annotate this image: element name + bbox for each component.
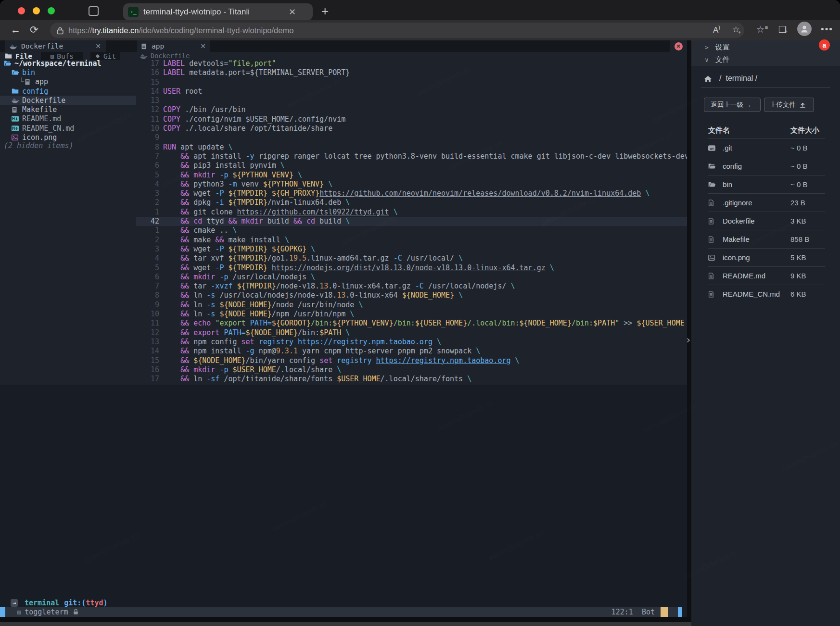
scrollbar-block-tan[interactable] xyxy=(661,607,668,617)
editor-line[interactable]: 16 LABEL metadata.port=${TERMINAL_SERVER… xyxy=(136,68,687,77)
section-files[interactable]: ∨ 文件 xyxy=(705,54,730,65)
close-all-tab-segment: ✕ xyxy=(670,40,687,52)
close-window-button[interactable] xyxy=(18,7,25,14)
editor-line[interactable]: 16 && mkdir -p $USER_HOME/.local/share \ xyxy=(136,365,687,375)
file-row[interactable]: icon.png 5 KB xyxy=(708,248,825,266)
code-editor[interactable]: 17 LABEL devtools="file,port" 16 LABEL m… xyxy=(136,59,687,384)
new-tab-button[interactable]: + xyxy=(321,4,329,19)
lock-icon xyxy=(57,26,64,35)
browser-tab[interactable]: ›_ terminal-ttyd-wlotnipo - Titanli ✕ xyxy=(123,3,313,20)
editor-line[interactable]: 17 LABEL devtools="file,port" xyxy=(136,59,687,68)
tree-item[interactable]: bin xyxy=(0,68,136,77)
reload-icon[interactable]: ⟳ xyxy=(30,24,38,36)
upload-file-button[interactable]: 上传文件 xyxy=(764,98,814,112)
line-number: 13 xyxy=(136,338,159,347)
editor-line[interactable]: 12 && export PATH=${NODE_HOME}/bin:$PATH… xyxy=(136,328,687,338)
collections-icon[interactable]: ❏＋ xyxy=(778,24,787,35)
editor-line[interactable]: 10 COPY ./.local/share /opt/titanide/sha… xyxy=(136,124,687,133)
file-row[interactable]: git .git ~ 0 B xyxy=(708,138,825,157)
editor-line[interactable]: 8 && ln -s /usr/local/nodejs/node-v18.13… xyxy=(136,291,687,300)
editor-line[interactable]: 2 && make && make install \ xyxy=(136,236,687,245)
terminal-line xyxy=(4,545,685,554)
terminal-line xyxy=(4,499,685,508)
tree-item[interactable]: ~/workspace/terminal xyxy=(0,59,136,68)
go-up-button[interactable]: 返回上一级← xyxy=(704,98,761,112)
tree-item[interactable]: icon.png xyxy=(0,133,136,142)
editor-line[interactable]: 14 USER root xyxy=(136,87,687,96)
editor-line[interactable]: 6 && pip3 install pynvim \ xyxy=(136,161,687,170)
editor-line[interactable]: 42 && cd ttyd && mkdir build && cd build… xyxy=(136,217,687,226)
profile-avatar[interactable] xyxy=(797,22,812,36)
editor-line[interactable]: 3 && wget -P ${TMPDIR} ${GH_PROXY}https:… xyxy=(136,189,687,198)
line-number: 11 xyxy=(136,319,159,328)
close-all-buffers-icon[interactable]: ✕ xyxy=(675,42,683,50)
tree-item[interactable]: README.md xyxy=(0,114,136,124)
terminal-line xyxy=(4,387,685,396)
file-row[interactable]: README.md 9 KB xyxy=(708,266,825,285)
editor-line[interactable]: 11 && echo "export PATH=${GOROOT}/bin:${… xyxy=(136,319,687,328)
folder-open-icon xyxy=(12,69,20,75)
tree-item[interactable]: config xyxy=(0,87,136,96)
editor-line[interactable]: 5 && wget -P ${TMPDIR} https://nodejs.or… xyxy=(136,263,687,273)
editor-line[interactable]: 13 && npm config set registry https://re… xyxy=(136,338,687,347)
file-panel-breadcrumb[interactable]: / terminal / xyxy=(704,74,757,83)
editor-line[interactable]: 13 xyxy=(136,96,687,105)
chevron-right-icon[interactable]: › xyxy=(685,334,691,346)
editor-line[interactable]: 2 && dpkg -i ${TMPDIR}/nvim-linux64.deb … xyxy=(136,198,687,207)
editor-line[interactable]: 17 && ln -sf /opt/titanide/share/fonts $… xyxy=(136,375,687,384)
editor-line[interactable]: 8 RUN apt update \ xyxy=(136,143,687,152)
tree-item[interactable]: README_CN.md xyxy=(0,124,136,133)
editor-line[interactable]: 12 COPY ./bin /usr/bin xyxy=(136,105,687,114)
markdown-icon xyxy=(12,125,20,131)
line-number: 1 xyxy=(136,226,159,235)
editor-line[interactable]: 7 && apt install -y ripgrep ranger lolca… xyxy=(136,152,687,161)
file-row[interactable]: README_CN.md 6 KB xyxy=(708,285,825,303)
scrollbar-block-blue[interactable] xyxy=(678,607,682,617)
browser-menu-icon[interactable]: ••• xyxy=(821,24,833,35)
file-row[interactable]: config ~ 0 B xyxy=(708,157,825,175)
tree-item[interactable]: └ app xyxy=(0,77,136,87)
section-settings[interactable]: > 设置 xyxy=(705,41,730,53)
file-row[interactable]: .gitignore 23 B xyxy=(708,193,825,212)
zoom-window-button[interactable] xyxy=(48,7,55,14)
back-icon[interactable]: ← xyxy=(11,24,21,36)
editor-line[interactable]: 1 && git clone https://github.com/tsl092… xyxy=(136,208,687,217)
editor-line[interactable]: 4 && tar xvf ${TMPDIR}/go1.19.5.linux-am… xyxy=(136,254,687,263)
tab-close-icon[interactable]: ✕ xyxy=(289,7,296,17)
file-row[interactable]: Dockerfile 3 KB xyxy=(708,212,825,230)
editor-line[interactable]: 9 && ln -s ${NODE_HOME}/node /usr/bin/no… xyxy=(136,300,687,310)
line-number: 5 xyxy=(136,171,159,180)
editor-line[interactable]: 14 && npm install -g npm@9.3.1 yarn cnpm… xyxy=(136,347,687,356)
shell-prompt[interactable]: → terminal git:( ttyd ) xyxy=(0,599,108,607)
editor-line[interactable]: 9 xyxy=(136,133,687,142)
minimize-window-button[interactable] xyxy=(33,7,40,14)
tree-item[interactable]: Dockerfile xyxy=(0,96,136,105)
sidebar-buffer-tab[interactable]: Dockerfile ✕ xyxy=(5,40,106,52)
buffer-close-icon[interactable]: ✕ xyxy=(95,42,101,50)
file-row[interactable]: bin ~ 0 B xyxy=(708,175,825,193)
editor-line[interactable]: 6 && mkdir -p /usr/local/nodejs \ xyxy=(136,273,687,282)
tree-item[interactable]: Makefile xyxy=(0,105,136,114)
panel-divider[interactable] xyxy=(687,40,691,626)
home-icon[interactable] xyxy=(704,75,713,82)
editor-line[interactable]: 5 && mkdir -p ${PYTHON_VENV} \ xyxy=(136,171,687,180)
line-number: 42 xyxy=(136,217,159,226)
editor-line[interactable]: 15 && ${NODE_HOME}/bin/yarn config set r… xyxy=(136,356,687,365)
editor-buffer-tab[interactable]: app ✕ xyxy=(137,40,210,52)
favorites-bar-icon[interactable]: ☆≡ xyxy=(756,24,764,35)
editor-line[interactable]: 4 && python3 -m venv ${PYTHON_VENV} \ xyxy=(136,180,687,189)
buffer-close-icon[interactable]: ✕ xyxy=(200,42,206,50)
tab-overview-icon[interactable] xyxy=(89,6,99,16)
editor-line[interactable]: 3 && wget -P ${TMPDIR} ${GOPKG} \ xyxy=(136,245,687,254)
read-aloud-icon[interactable]: A) xyxy=(713,25,720,35)
editor-line[interactable]: 11 COPY ./config/nvim $USER_HOME/.config… xyxy=(136,115,687,124)
editor-line[interactable]: 7 && tar -xvzf ${TMPDIR}/node-v18.13.0-l… xyxy=(136,282,687,291)
address-bar[interactable]: https://try.titanide.cn/ide/web/coding/t… xyxy=(50,23,744,38)
user-badge[interactable]: a xyxy=(819,39,830,50)
line-code: && mkdir -p $USER_HOME/.local/share \ xyxy=(163,365,341,375)
add-favorite-icon[interactable]: ☆＋ xyxy=(732,25,739,35)
editor-line[interactable]: 10 && ln -s ${NODE_HOME}/npm /usr/bin/np… xyxy=(136,310,687,319)
editor-line[interactable]: 1 && cmake .. \ xyxy=(136,226,687,235)
file-row[interactable]: Makefile 858 B xyxy=(708,230,825,248)
editor-line[interactable]: 15 xyxy=(136,78,687,87)
